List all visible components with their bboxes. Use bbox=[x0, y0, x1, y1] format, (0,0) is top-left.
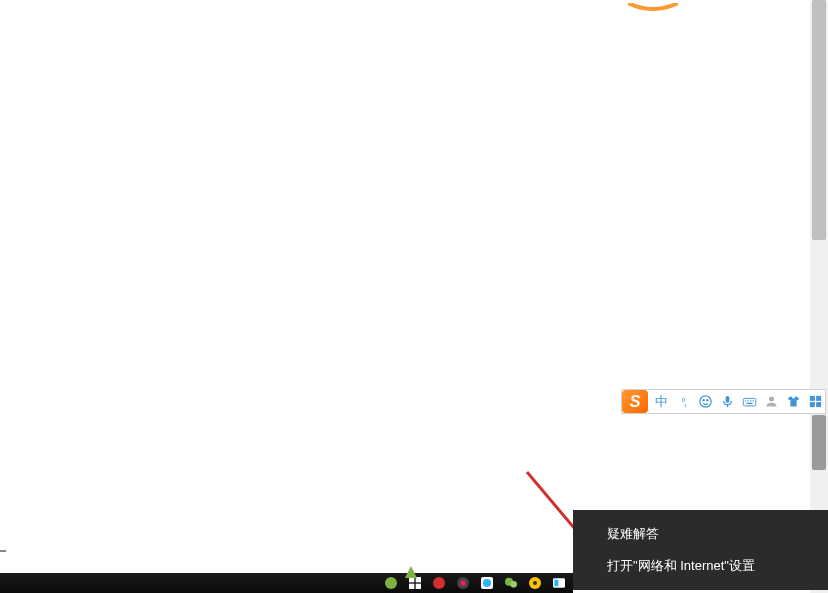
svg-point-29 bbox=[510, 581, 517, 588]
svg-rect-10 bbox=[746, 403, 752, 404]
network-context-menu: 疑难解答 打开"网络和 Internet"设置 bbox=[573, 510, 828, 590]
scrollbar-thumb-lower[interactable] bbox=[812, 415, 826, 470]
tray-chat-icon[interactable] bbox=[502, 574, 520, 592]
tray-wechat-icon[interactable] bbox=[382, 574, 400, 592]
menu-item-troubleshoot[interactable]: 疑难解答 bbox=[573, 518, 828, 550]
menu-item-label: 打开"网络和 Internet"设置 bbox=[607, 558, 755, 573]
orange-arc-decoration bbox=[628, 0, 678, 5]
svg-point-1 bbox=[703, 400, 704, 401]
svg-rect-33 bbox=[554, 580, 558, 587]
svg-rect-13 bbox=[816, 396, 821, 401]
svg-rect-12 bbox=[809, 396, 814, 401]
main-content-area bbox=[0, 0, 810, 573]
svg-rect-14 bbox=[809, 402, 814, 407]
sogou-logo-text: S bbox=[630, 393, 641, 411]
ime-keyboard-icon[interactable] bbox=[739, 392, 759, 412]
ime-emoji-icon[interactable] bbox=[695, 392, 715, 412]
menu-item-network-settings[interactable]: 打开"网络和 Internet"设置 bbox=[573, 550, 828, 582]
svg-rect-15 bbox=[816, 402, 821, 407]
windows-taskbar[interactable] bbox=[0, 573, 573, 593]
ime-microphone-icon[interactable] bbox=[717, 392, 737, 412]
tray-browser-icon[interactable] bbox=[478, 574, 496, 592]
svg-rect-22 bbox=[416, 584, 421, 589]
ime-chinese-toggle[interactable]: 中 bbox=[651, 392, 671, 412]
menu-item-label: 疑难解答 bbox=[607, 526, 659, 541]
sogou-logo-icon[interactable]: S bbox=[622, 390, 648, 413]
small-dash-mark bbox=[0, 550, 6, 552]
ime-toolbox-icon[interactable] bbox=[805, 392, 825, 412]
svg-rect-7 bbox=[747, 400, 748, 401]
svg-point-31 bbox=[533, 581, 537, 585]
ime-skin-icon[interactable] bbox=[783, 392, 803, 412]
svg-point-25 bbox=[460, 580, 465, 585]
svg-rect-6 bbox=[745, 400, 746, 401]
svg-point-27 bbox=[483, 579, 491, 587]
ime-items-row: 中 °, bbox=[648, 392, 825, 412]
svg-point-23 bbox=[433, 577, 445, 589]
tray-netease-icon[interactable] bbox=[430, 574, 448, 592]
svg-rect-5 bbox=[743, 398, 756, 406]
svg-point-2 bbox=[706, 400, 707, 401]
sogou-ime-toolbar[interactable]: S 中 °, bbox=[621, 389, 826, 414]
ime-user-icon[interactable] bbox=[761, 392, 781, 412]
tray-translate-icon[interactable] bbox=[550, 574, 568, 592]
green-triangle-icon bbox=[405, 566, 417, 578]
ime-punctuation-toggle[interactable]: °, bbox=[673, 392, 693, 412]
svg-rect-21 bbox=[409, 584, 414, 589]
svg-rect-8 bbox=[750, 400, 751, 401]
tray-clock-icon[interactable] bbox=[526, 574, 544, 592]
svg-rect-9 bbox=[752, 400, 753, 401]
svg-rect-3 bbox=[725, 396, 729, 403]
scrollbar-thumb-upper[interactable] bbox=[812, 0, 826, 240]
svg-point-0 bbox=[699, 396, 710, 407]
svg-point-18 bbox=[385, 577, 397, 589]
vertical-scrollbar[interactable] bbox=[810, 0, 828, 593]
tray-app-icon[interactable] bbox=[454, 574, 472, 592]
svg-point-11 bbox=[769, 397, 774, 402]
